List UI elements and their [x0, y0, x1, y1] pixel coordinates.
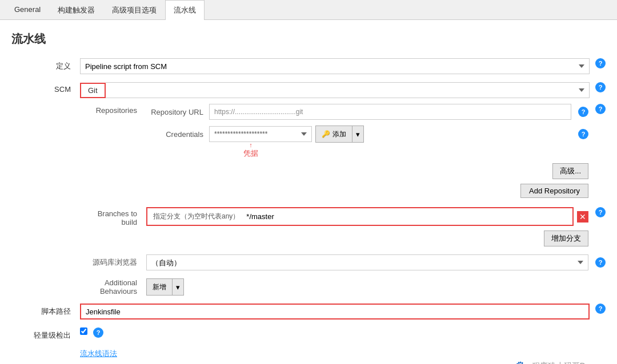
- tab-general[interactable]: General: [6, 0, 49, 20]
- source-browser-control: （自动）: [146, 254, 588, 270]
- script-path-label: 脚本路径: [11, 304, 80, 317]
- top-tabs-bar: General 构建触发器 高级项目选项 流水线: [0, 0, 617, 20]
- source-browser-help-icon[interactable]: ?: [595, 257, 606, 268]
- repo-url-input[interactable]: [209, 104, 571, 120]
- lightweight-control: ?: [80, 327, 606, 338]
- chevron-down-icon: ▾: [356, 130, 360, 139]
- watermark: 🐾 程序猿小码哥Damon: [516, 360, 606, 364]
- repositories-section: Repositories Repository URL ?: [80, 104, 606, 198]
- add-credentials-dropdown[interactable]: ▾: [352, 126, 363, 142]
- repositories-label: Repositories: [80, 104, 143, 115]
- add-repository-button[interactable]: Add Repository: [520, 184, 588, 198]
- pipeline-link-spacer: [11, 349, 80, 351]
- credentials-help-icon[interactable]: ?: [578, 129, 588, 139]
- repo-url-help-icon[interactable]: ?: [578, 107, 588, 117]
- add-credentials-label: 添加: [332, 130, 346, 139]
- tab-advanced-options[interactable]: 高级项目选项: [103, 0, 165, 20]
- definition-row: 定义 Pipeline script from SCM ?: [11, 58, 606, 74]
- repositories-inner: Repository URL ? Credentials: [146, 104, 588, 198]
- credentials-row: Credentials ********************: [146, 126, 588, 143]
- definition-label: 定义: [11, 58, 80, 71]
- branches-inner: 指定分支（为空时代表any） ✕ 增加分支: [146, 207, 588, 246]
- branches-section: Branches to build 指定分支（为空时代表any） ✕ 增加分支: [80, 207, 606, 246]
- add-branch-row: 增加分支: [146, 230, 588, 246]
- credentials-select[interactable]: ********************: [209, 126, 312, 142]
- lightweight-checkbox[interactable]: [80, 327, 87, 335]
- new-button-main[interactable]: 新增: [147, 279, 172, 295]
- new-button-dropdown[interactable]: ▾: [172, 279, 183, 295]
- repo-url-label: Repository URL: [146, 108, 209, 116]
- scm-label: SCM: [11, 82, 80, 94]
- branches-help-icon[interactable]: ?: [595, 207, 606, 217]
- definition-select[interactable]: Pipeline script from SCM: [80, 58, 590, 74]
- advanced-button[interactable]: 高级...: [552, 163, 588, 179]
- main-content: 流水线 定义 Pipeline script from SCM ? SCM Gi…: [0, 20, 617, 364]
- lightweight-help-icon[interactable]: ?: [93, 327, 103, 338]
- pipeline-link-control: 流水线语法: [80, 349, 606, 359]
- new-button-group: 新增 ▾: [146, 278, 184, 296]
- script-path-input[interactable]: [80, 304, 590, 319]
- key-icon: 🔑: [322, 130, 330, 138]
- branch-input[interactable]: [244, 211, 567, 222]
- tab-build-triggers[interactable]: 构建触发器: [49, 0, 103, 20]
- branches-label: Branches to build: [80, 207, 143, 227]
- source-browser-label: 源码库浏览器: [80, 257, 143, 268]
- credentials-label: Credentials: [146, 130, 209, 139]
- source-browser-section: 源码库浏览器 （自动） ?: [80, 254, 606, 270]
- script-path-row: 脚本路径 ?: [11, 304, 606, 319]
- scm-row: SCM Git ? Repositories: [11, 82, 606, 296]
- tab-pipeline[interactable]: 流水线: [165, 0, 205, 20]
- add-credentials-group: 🔑 添加 ▾: [315, 126, 364, 143]
- lightweight-label: 轻量级检出: [11, 327, 80, 341]
- script-path-help-icon[interactable]: ?: [595, 304, 606, 314]
- repo-url-control: ?: [209, 104, 588, 120]
- repo-buttons-row: 高级...: [146, 163, 588, 179]
- branch-delete-button[interactable]: ✕: [577, 211, 588, 223]
- branch-placeholder-label: 指定分支（为空时代表any）: [153, 212, 239, 221]
- pipeline-syntax-link[interactable]: 流水线语法: [80, 349, 117, 358]
- repositories-help-icon[interactable]: ?: [595, 104, 606, 114]
- branch-item: 指定分支（为空时代表any）: [146, 207, 574, 226]
- page-title: 流水线: [11, 31, 606, 47]
- pipeline-link-row: 流水线语法: [11, 349, 606, 359]
- add-credentials-button[interactable]: 🔑 添加: [316, 126, 352, 142]
- script-path-control: ?: [80, 304, 606, 319]
- credentials-control: ******************** 🔑 添加: [209, 126, 588, 143]
- add-branch-button[interactable]: 增加分支: [544, 230, 588, 246]
- lightweight-row: 轻量级检出 ?: [11, 327, 606, 341]
- watermark-icon: 🐾: [516, 360, 528, 364]
- definition-control: Pipeline script from SCM ?: [80, 58, 606, 74]
- repo-url-row: Repository URL ?: [146, 104, 588, 120]
- additional-behaviours-label: Additional Behaviours: [80, 278, 143, 296]
- scm-git-value[interactable]: Git: [80, 83, 106, 98]
- scm-control: Git ? Repositories: [80, 82, 606, 296]
- add-repo-row: Add Repository: [146, 184, 588, 198]
- additional-behaviours-section: Additional Behaviours 新增 ▾ ?: [80, 278, 606, 296]
- scm-help-icon[interactable]: ?: [595, 82, 606, 92]
- credentials-annotation: ↑ 凭据: [243, 141, 258, 159]
- definition-help-icon[interactable]: ?: [595, 58, 606, 68]
- watermark-text: 程序猿小码哥Damon: [532, 361, 606, 364]
- additional-behaviours-control: 新增 ▾: [146, 278, 588, 296]
- scm-select[interactable]: [106, 82, 590, 98]
- source-browser-select[interactable]: （自动）: [146, 254, 588, 270]
- lightweight-checkbox-row: [80, 327, 87, 335]
